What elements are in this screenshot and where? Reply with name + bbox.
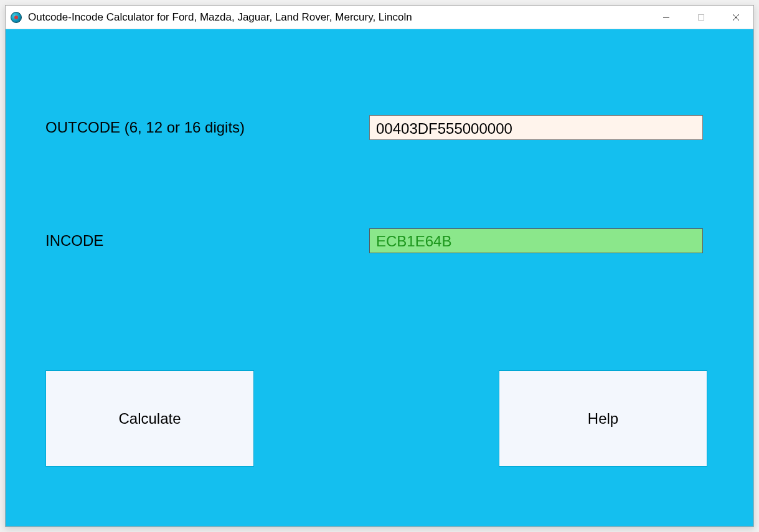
outcode-input[interactable] bbox=[369, 115, 703, 140]
incode-label: INCODE bbox=[45, 232, 369, 250]
app-icon bbox=[11, 12, 22, 23]
window-controls bbox=[649, 6, 753, 29]
outcode-label: OUTCODE (6, 12 or 16 digits) bbox=[45, 119, 369, 136]
outcode-row: OUTCODE (6, 12 or 16 digits) bbox=[45, 115, 703, 140]
incode-row: INCODE ECB1E64B bbox=[45, 228, 703, 253]
calculate-button[interactable]: Calculate bbox=[45, 370, 254, 467]
app-window: Outcode-Incode Calculator for Ford, Mazd… bbox=[5, 5, 754, 527]
incode-output: ECB1E64B bbox=[369, 228, 703, 253]
minimize-button[interactable] bbox=[649, 6, 684, 29]
title-bar: Outcode-Incode Calculator for Ford, Mazd… bbox=[6, 6, 753, 29]
maximize-button bbox=[684, 6, 719, 29]
svg-rect-1 bbox=[699, 14, 704, 20]
window-title: Outcode-Incode Calculator for Ford, Mazd… bbox=[28, 11, 649, 24]
help-button[interactable]: Help bbox=[499, 370, 707, 467]
close-button[interactable] bbox=[719, 6, 753, 29]
svg-line-2 bbox=[733, 14, 739, 21]
client-area: OUTCODE (6, 12 or 16 digits) INCODE ECB1… bbox=[6, 29, 753, 526]
button-row: Calculate Help bbox=[45, 370, 714, 467]
svg-line-3 bbox=[733, 14, 739, 21]
